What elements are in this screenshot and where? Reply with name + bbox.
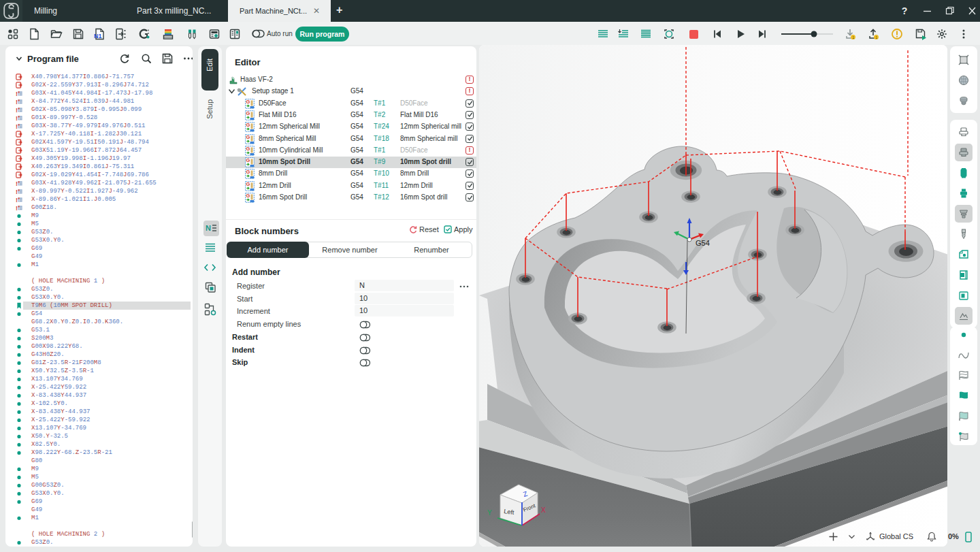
svg-text:G: G [246,193,250,199]
svg-text:!: ! [16,180,18,186]
svg-text:!: ! [16,123,18,129]
svg-text:1: 1 [875,35,877,39]
svg-text:G54: G54 [696,239,710,247]
svg-text:Left: Left [504,508,515,516]
svg-text:!: ! [16,91,18,97]
svg-text:!: ! [16,107,18,113]
svg-text:!: ! [16,205,18,211]
svg-text:G: G [246,181,250,187]
svg-text:!: ! [16,197,18,203]
svg-text:Y: Y [487,509,492,517]
svg-text:G: G [246,110,250,116]
svg-text:!: ! [16,189,18,195]
svg-text:!: ! [16,115,18,121]
svg-text:!: ! [16,99,18,105]
svg-text:G: G [246,157,250,163]
svg-text:X: X [541,506,546,514]
svg-text:G: G [246,99,250,105]
svg-text:1: 1 [852,35,854,39]
svg-text:G: G [246,123,250,129]
svg-text:G: G [246,169,250,176]
svg-text:G: G [246,134,250,140]
svg-text:N1: N1 [94,33,102,39]
svg-text:N: N [206,224,211,232]
svg-text:G: G [246,146,250,152]
